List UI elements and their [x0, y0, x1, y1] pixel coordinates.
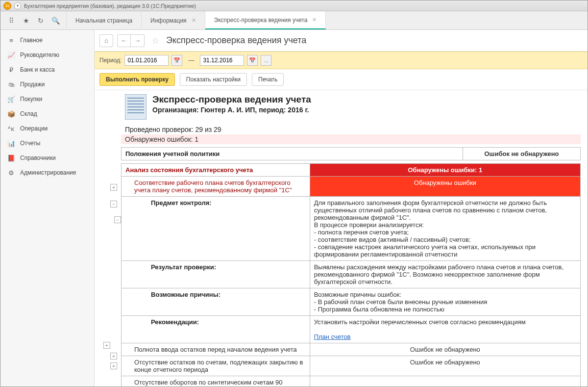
expand-icon[interactable]: + [110, 362, 117, 369]
checks-count: Проведено проверок: 29 из 29 [121, 123, 581, 134]
operations-icon: ᴬᴋ [7, 125, 15, 132]
period-bar: Период: 📅 — 📅 ... [95, 52, 588, 69]
toolbar-icons: ⠿ ★ ↻ 🔍 [0, 11, 67, 29]
tab-label: Начальная страница [75, 17, 132, 24]
print-button[interactable]: Печать [252, 73, 284, 86]
favorite-icon[interactable]: ☆ [148, 35, 162, 46]
sidebar-item-label: Отчеты [20, 140, 40, 147]
back-button[interactable]: ← [117, 34, 131, 47]
section-row[interactable]: Анализ состояния бухгалтерского учета Об… [122, 164, 581, 177]
detail-value: Установить настройки перечисленных счето… [310, 316, 580, 343]
calendar-icon[interactable]: 📅 [172, 55, 182, 66]
sidebar-item-reports[interactable]: 📊Отчеты [0, 136, 94, 151]
detail-row: Предмет контроля: Для правильного заполн… [122, 197, 581, 261]
report-table: Анализ состояния бухгалтерского учета Об… [121, 163, 581, 387]
app-icon: 1c [3, 2, 11, 10]
sidebar-item-bank[interactable]: ₽Банк и касса [0, 62, 94, 77]
chart-icon: 📈 [7, 51, 15, 59]
window-title: Бухгалтерия предприятия (базовая), редак… [24, 3, 196, 9]
check-row[interactable]: Отсутствие остатков по счетам, подлежащи… [122, 356, 581, 376]
report-title: Экспресс-проверка ведения учета [152, 94, 311, 105]
date-to-input[interactable] [200, 55, 244, 66]
tab-start-page[interactable]: Начальная страница [67, 11, 142, 29]
check-name: Отсутствие оборотов по синтетическим сче… [122, 376, 310, 387]
show-settings-button[interactable]: Показать настройки [180, 73, 247, 86]
date-from-input[interactable] [124, 55, 169, 66]
tab-information[interactable]: Информация ✕ [142, 11, 205, 29]
expand-icon[interactable]: + [110, 184, 117, 191]
section-name: Анализ состояния бухгалтерского учета [122, 164, 310, 177]
header-bar: ⌂ ← → ☆ Экспресс-проверка ведения учета [95, 30, 588, 52]
apps-icon[interactable]: ⠿ [7, 17, 15, 25]
sidebar-item-purchases[interactable]: 🛒Покупки [0, 92, 94, 106]
sidebar-item-label: Справочники [20, 155, 56, 161]
detail-value: Возможные причины ошибок: - В рабочий пл… [310, 288, 580, 316]
document-icon [125, 94, 147, 120]
barchart-icon: 📊 [7, 139, 15, 147]
collapse-icon[interactable]: − [114, 216, 121, 223]
book-icon: 📕 [7, 154, 15, 162]
check-name: Отсутствие остатков по счетам, подлежащи… [122, 356, 310, 376]
star-icon[interactable]: ★ [22, 17, 30, 25]
outline-column: + − − + + + [95, 90, 121, 387]
expand-icon[interactable]: + [103, 342, 110, 349]
check-name: Полнота ввода остатков перед началом вед… [122, 343, 310, 356]
detail-text: Установить настройки перечисленных счето… [314, 318, 526, 326]
sidebar-item-manager[interactable]: 📈Руководителю [0, 48, 94, 62]
bag-icon: 🛍 [7, 80, 15, 88]
sidebar-item-label: Администрирование [20, 169, 76, 176]
run-check-button[interactable]: Выполнить проверку [99, 73, 175, 86]
sidebar-item-label: Продажи [20, 81, 45, 88]
errors-count: Обнаружено ошибок: 1 [121, 134, 581, 144]
close-icon[interactable]: ✕ [312, 17, 317, 23]
collapse-icon[interactable]: − [110, 201, 117, 207]
check-status: Ошибок не обнаружено [310, 356, 580, 376]
chart-of-accounts-link[interactable]: План счетов [314, 333, 351, 340]
section-status: Ошибок не обнаружено [463, 148, 581, 160]
page-title: Экспресс-проверка ведения учета [166, 35, 306, 46]
sidebar-item-operations[interactable]: ᴬᴋОперации [0, 121, 94, 136]
detail-row: Результат проверки: Выявлены расхождения… [122, 261, 581, 288]
action-bar: Выполнить проверку Показать настройки Пе… [95, 69, 588, 90]
report-subtitle: Организация: Гюнтер А. И. ИП, период: 20… [152, 106, 311, 114]
detail-row: Возможные причины: Возможные причины оши… [122, 288, 581, 316]
check-row[interactable]: Отсутствие оборотов по синтетическим сче… [122, 376, 581, 387]
menu-icon: ≡ [7, 36, 15, 44]
history-icon[interactable]: ↻ [37, 17, 45, 25]
report-area[interactable]: + − − + + + [95, 90, 588, 387]
sidebar-item-catalogs[interactable]: 📕Справочники [0, 151, 94, 165]
home-button[interactable]: ⌂ [99, 34, 113, 47]
period-select-button[interactable]: ... [261, 55, 271, 66]
ruble-icon: ₽ [7, 66, 15, 74]
check-row[interactable]: Полнота ввода остатков перед началом вед… [122, 343, 581, 356]
search-icon[interactable]: 🔍 [51, 17, 59, 25]
title-dropdown-icon[interactable]: ▾ [14, 2, 21, 9]
sidebar-item-warehouse[interactable]: 📦Склад [0, 106, 94, 121]
detail-key: Возможные причины: [122, 288, 310, 316]
check-status: Обнаружены ошибки [310, 177, 580, 197]
detail-row: Рекомендации: Установить настройки переч… [122, 316, 581, 343]
section-row[interactable]: Положения учетной политики Ошибок не обн… [122, 148, 581, 160]
expand-icon[interactable]: + [110, 353, 117, 360]
tab-label: Экспресс-проверка ведения учета [214, 17, 308, 24]
sidebar-item-main[interactable]: ≡Главное [0, 33, 94, 48]
forward-button[interactable]: → [131, 34, 145, 47]
check-row[interactable]: Соответствие рабочего плана счетов бухга… [122, 177, 581, 197]
period-dash: — [185, 57, 197, 64]
section-status: Обнаружены ошибки: 1 [310, 164, 580, 177]
sidebar-item-admin[interactable]: ⚙Администрирование [0, 165, 94, 180]
box-icon: 📦 [7, 110, 15, 118]
titlebar: 1c ▾ Бухгалтерия предприятия (базовая), … [0, 0, 588, 11]
detail-key: Предмет контроля: [122, 197, 310, 261]
check-status [310, 376, 580, 387]
tab-express-check[interactable]: Экспресс-проверка ведения учета ✕ [205, 11, 326, 29]
sidebar-item-label: Банк и касса [20, 66, 55, 73]
detail-key: Рекомендации: [122, 316, 310, 343]
gear-icon: ⚙ [7, 169, 15, 177]
sidebar-item-sales[interactable]: 🛍Продажи [0, 77, 94, 92]
detail-key: Результат проверки: [122, 261, 310, 288]
close-icon[interactable]: ✕ [192, 17, 196, 24]
calendar-icon[interactable]: 📅 [247, 55, 258, 66]
cart-icon: 🛒 [7, 95, 15, 103]
check-name: Соответствие рабочего плана счетов бухга… [122, 177, 310, 197]
